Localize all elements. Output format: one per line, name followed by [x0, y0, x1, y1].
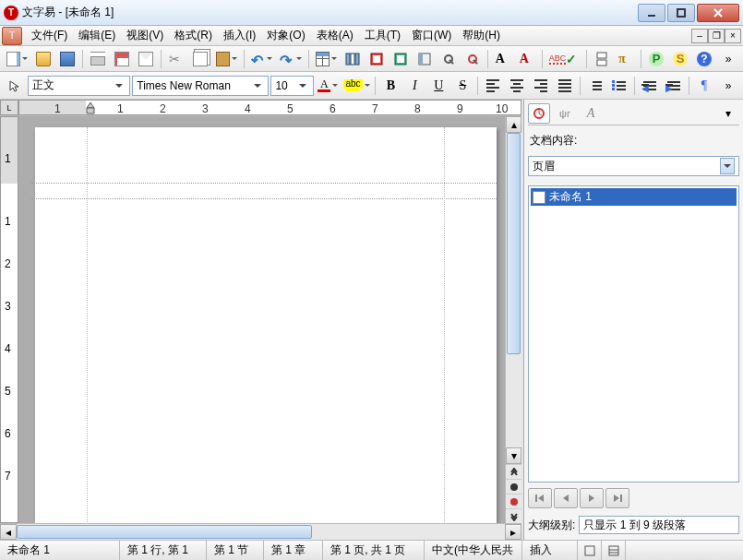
save-button[interactable]: [56, 48, 78, 70]
align-right-button[interactable]: [530, 75, 552, 97]
open-button[interactable]: [32, 48, 54, 70]
bold-button[interactable]: B: [379, 75, 401, 97]
header-region[interactable]: [35, 183, 497, 199]
scroll-right-button[interactable]: ▸: [505, 524, 521, 540]
vertical-ruler[interactable]: 1 1 2 3 4 5 6 7: [0, 116, 18, 523]
prev-page-nav[interactable]: [506, 464, 521, 479]
menu-table[interactable]: 表格(A): [311, 26, 359, 45]
status-view-2[interactable]: [602, 541, 626, 560]
svg-rect-16: [585, 546, 594, 555]
italic-button[interactable]: I: [403, 75, 425, 97]
menu-help[interactable]: 帮助(H): [457, 26, 506, 45]
select-tool[interactable]: [4, 75, 26, 97]
menu-format[interactable]: 格式(R): [169, 26, 218, 45]
scroll-left-button[interactable]: ◂: [0, 524, 17, 540]
nav-last-button[interactable]: [605, 488, 629, 508]
scroll-up-button[interactable]: ▴: [506, 116, 521, 133]
font-A-button[interactable]: A: [492, 48, 514, 70]
browse-object-nav[interactable]: [506, 479, 521, 494]
outdent-button[interactable]: ◀: [639, 75, 661, 97]
menu-file[interactable]: 文件(F): [26, 26, 73, 45]
columns-button[interactable]: [342, 48, 364, 70]
hscroll-thumb[interactable]: [17, 525, 312, 539]
navigator-tab-2[interactable]: ψг: [554, 103, 576, 124]
zoom-red-button[interactable]: [461, 48, 484, 70]
paste-button[interactable]: [213, 48, 240, 70]
p-button[interactable]: P: [645, 48, 667, 70]
content-tree[interactable]: 未命名 1: [528, 185, 739, 483]
font-combo[interactable]: Times New Roman: [132, 76, 269, 96]
horizontal-ruler[interactable]: 1 1 2 3 4 5 6 7 8 9 10: [18, 100, 521, 115]
navigator-tab-1[interactable]: [528, 103, 550, 124]
mdi-restore-button[interactable]: ❐: [708, 29, 725, 43]
app-menu-icon[interactable]: T: [2, 27, 22, 45]
status-language[interactable]: 中文(中华人民共: [425, 541, 522, 560]
pi-button[interactable]: π: [615, 48, 637, 70]
font-Ared-button[interactable]: A: [516, 48, 538, 70]
frame1-button[interactable]: [366, 48, 388, 70]
maximize-button[interactable]: [667, 4, 695, 22]
menu-tools[interactable]: 工具(T): [359, 26, 406, 45]
mdi-close-button[interactable]: ×: [725, 29, 741, 43]
scroll-track[interactable]: [506, 133, 521, 447]
menu-edit[interactable]: 编辑(E): [73, 26, 121, 45]
size-combo[interactable]: 10: [270, 76, 314, 96]
next-page-nav[interactable]: [506, 508, 521, 523]
cut-button[interactable]: ✂: [165, 48, 187, 70]
spellcheck-button[interactable]: ABC✓: [546, 48, 582, 70]
bullet-list-button[interactable]: [608, 75, 630, 97]
status-insert-mode[interactable]: 插入: [522, 541, 578, 560]
copy-button[interactable]: [189, 48, 211, 70]
menu-window[interactable]: 窗口(W): [406, 26, 457, 45]
frame2-button[interactable]: [389, 48, 412, 70]
minimize-button[interactable]: [638, 4, 665, 22]
align-center-button[interactable]: [506, 75, 528, 97]
menu-view[interactable]: 视图(V): [121, 26, 169, 45]
navigator-menu[interactable]: ▾: [717, 103, 739, 124]
toolbar-overflow[interactable]: »: [717, 48, 739, 70]
align-left-button[interactable]: [482, 75, 504, 97]
underline-button[interactable]: U: [427, 75, 449, 97]
page-area[interactable]: [18, 116, 505, 523]
content-select[interactable]: 页眉: [528, 156, 739, 176]
indent-button[interactable]: ▶: [663, 75, 685, 97]
hscroll-track[interactable]: [17, 524, 505, 540]
s-button[interactable]: S: [669, 48, 691, 70]
zoom-button[interactable]: [437, 48, 460, 70]
strike-button[interactable]: S: [451, 75, 473, 97]
outline-level-value[interactable]: 只显示 1 到 9 级段落: [579, 516, 739, 534]
align-justify-button[interactable]: [554, 75, 576, 97]
menu-insert[interactable]: 插入(I): [218, 26, 261, 45]
undo-button[interactable]: ↶: [248, 48, 275, 70]
page[interactable]: [35, 127, 497, 523]
nav-first-button[interactable]: [528, 488, 552, 508]
scroll-down-button[interactable]: ▾: [506, 447, 521, 464]
vertical-scrollbar[interactable]: ▴ ▾: [505, 116, 521, 523]
new-button[interactable]: [4, 48, 30, 70]
navigator-tab-3[interactable]: A: [580, 103, 602, 124]
mail-button[interactable]: [135, 48, 157, 70]
close-button[interactable]: [697, 4, 739, 22]
toolbar-overflow-2[interactable]: »: [717, 75, 739, 97]
page-break-button[interactable]: [591, 48, 613, 70]
redo-button[interactable]: ↷: [277, 48, 304, 70]
print-button[interactable]: [87, 48, 109, 70]
nav-prev-button[interactable]: [554, 488, 578, 508]
font-color-button[interactable]: A: [316, 75, 340, 97]
highlight-button[interactable]: abc: [342, 75, 371, 97]
nav-next-button[interactable]: [580, 488, 604, 508]
insert-table-button[interactable]: [313, 48, 340, 70]
horizontal-scrollbar[interactable]: ◂ ▸: [0, 523, 521, 540]
tree-item[interactable]: 未命名 1: [531, 188, 737, 206]
nav-button[interactable]: [413, 48, 436, 70]
mdi-minimize-button[interactable]: –: [691, 29, 708, 43]
help-button[interactable]: ?: [693, 48, 715, 70]
paragraph-marks-button[interactable]: ¶: [693, 75, 715, 97]
style-combo[interactable]: 正文: [28, 76, 130, 96]
scroll-thumb[interactable]: [507, 133, 521, 354]
number-list-button[interactable]: [584, 75, 606, 97]
status-view-1[interactable]: [578, 541, 602, 560]
menu-object[interactable]: 对象(O): [261, 26, 310, 45]
browse-object-nav-2[interactable]: [506, 494, 521, 508]
export-pdf-button[interactable]: [111, 48, 133, 70]
